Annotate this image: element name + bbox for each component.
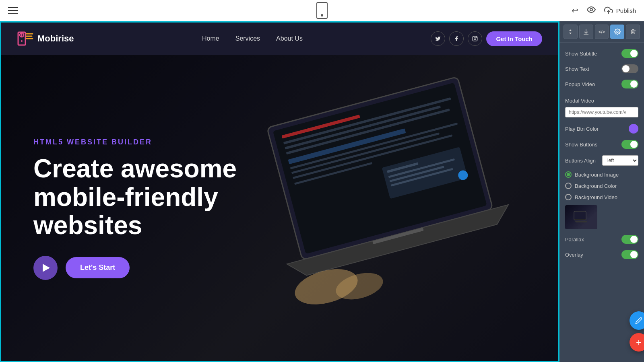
toolbar-right: ↩ Publish xyxy=(572,5,636,16)
bg-video-row[interactable]: Background Video xyxy=(559,191,644,203)
bg-thumbnail[interactable] xyxy=(565,205,597,229)
show-subtitle-row: Show Subtitle xyxy=(559,46,644,61)
preview-button[interactable] xyxy=(586,5,596,16)
mobile-device-icon[interactable] xyxy=(316,2,328,19)
play-btn-color-swatch[interactable] xyxy=(629,124,638,134)
toggle-knob xyxy=(630,80,638,88)
instagram-icon[interactable] xyxy=(468,31,482,46)
lets-start-button[interactable]: Let's Start xyxy=(66,257,130,278)
undo-button[interactable]: ↩ xyxy=(572,6,578,15)
show-buttons-row: Show Buttons xyxy=(559,137,644,152)
nav-right: Get In Touch xyxy=(431,31,542,46)
canvas-area: Mobirise Home Services About Us xyxy=(0,21,644,362)
play-btn-color-row: Play Btn Color xyxy=(559,121,644,137)
facebook-icon[interactable] xyxy=(449,31,464,46)
overlay-toggle[interactable] xyxy=(621,250,638,259)
hero-title-line1: Create awesome xyxy=(33,154,237,183)
popup-video-toggle[interactable] xyxy=(621,80,638,88)
bg-color-row[interactable]: Background Color xyxy=(559,180,644,191)
bg-video-radio[interactable] xyxy=(565,194,572,200)
hero-subtitle: HTML5 WEBSITE BUILDER xyxy=(33,138,275,146)
popup-video-label: Popup Video xyxy=(565,81,595,87)
modal-video-label-row: Modal Video xyxy=(559,92,644,107)
play-button[interactable] xyxy=(33,256,58,280)
download-button[interactable] xyxy=(579,25,593,39)
panel-settings: Show Subtitle Show Text Popup Video xyxy=(559,43,644,362)
modal-video-input[interactable] xyxy=(565,107,638,117)
hero-buttons: Let's Start xyxy=(33,256,275,280)
modal-video-label: Modal Video xyxy=(565,98,594,104)
buttons-align-row: Buttons Align left center right xyxy=(559,152,644,169)
bg-image-label: Background Image xyxy=(575,172,619,178)
right-panel: </> Show Subtitle xyxy=(559,21,644,362)
toggle-knob xyxy=(622,65,630,72)
toggle-knob xyxy=(630,251,638,258)
nav-services[interactable]: Services xyxy=(235,35,260,42)
nav-about[interactable]: About Us xyxy=(276,35,303,42)
show-text-label: Show Text xyxy=(565,66,589,72)
show-buttons-label: Show Buttons xyxy=(565,142,597,148)
svg-point-6 xyxy=(21,40,23,42)
hero-content: HTML5 WEBSITE BUILDER Create awesome mob… xyxy=(33,138,275,280)
bg-image-radio[interactable] xyxy=(565,171,572,178)
parallax-toggle[interactable] xyxy=(621,235,638,244)
svg-point-0 xyxy=(590,8,592,11)
svg-rect-10 xyxy=(473,36,478,41)
site-logo: Mobirise xyxy=(17,31,74,47)
show-subtitle-toggle[interactable] xyxy=(621,49,638,58)
bg-thumbnail-img xyxy=(565,205,597,229)
publish-button[interactable]: Publish xyxy=(604,6,636,15)
play-triangle-icon xyxy=(43,264,50,272)
hero-section: HTML5 WEBSITE BUILDER Create awesome mob… xyxy=(1,55,558,362)
site-navbar: Mobirise Home Services About Us xyxy=(1,23,558,55)
show-subtitle-label: Show Subtitle xyxy=(565,51,597,57)
nav-home[interactable]: Home xyxy=(202,35,219,42)
hero-title: Create awesome mobile-friendly websites xyxy=(33,154,275,239)
publish-label: Publish xyxy=(616,7,636,14)
buttons-align-label: Buttons Align xyxy=(565,158,596,164)
sort-button[interactable] xyxy=(564,25,578,39)
website-preview: Mobirise Home Services About Us xyxy=(0,21,559,362)
svg-point-11 xyxy=(474,38,476,40)
code-button[interactable]: </> xyxy=(595,25,609,39)
bg-image-row[interactable]: Background Image xyxy=(559,169,644,180)
bg-color-radio[interactable] xyxy=(565,183,572,189)
twitter-icon[interactable] xyxy=(431,31,445,46)
toggle-knob xyxy=(630,141,638,148)
overlay-label: Overlay xyxy=(565,252,583,258)
toolbar-left xyxy=(8,7,18,14)
top-toolbar: ↩ Publish xyxy=(0,0,644,21)
show-text-row: Show Text xyxy=(559,61,644,76)
panel-toolbar: </> xyxy=(559,21,644,43)
toolbar-center xyxy=(316,2,328,19)
svg-point-33 xyxy=(617,31,618,33)
show-text-toggle[interactable] xyxy=(621,64,638,73)
site-nav: Home Services About Us xyxy=(202,35,303,42)
overlay-row: Overlay xyxy=(559,247,644,262)
delete-button[interactable] xyxy=(626,25,640,39)
svg-rect-35 xyxy=(574,212,586,219)
social-icons xyxy=(431,31,482,46)
settings-button[interactable] xyxy=(610,25,624,39)
play-btn-color-label: Play Btn Color xyxy=(565,126,599,132)
logo-text: Mobirise xyxy=(37,33,74,44)
hamburger-menu-icon[interactable] xyxy=(8,7,18,14)
show-buttons-toggle[interactable] xyxy=(621,140,638,149)
buttons-align-select[interactable]: left center right xyxy=(602,155,638,166)
toggle-knob xyxy=(630,50,638,57)
cta-button[interactable]: Get In Touch xyxy=(486,31,542,46)
modal-video-input-row xyxy=(559,107,644,121)
toggle-knob xyxy=(630,236,638,243)
hero-title-line2: mobile-friendly websites xyxy=(33,183,218,240)
parallax-row: Parallax xyxy=(559,232,644,247)
bg-color-label: Background Color xyxy=(575,183,617,189)
logo-icon xyxy=(17,31,33,47)
popup-video-row: Popup Video xyxy=(559,76,644,92)
parallax-label: Parallax xyxy=(565,237,584,243)
svg-point-12 xyxy=(476,37,477,37)
bg-video-label: Background Video xyxy=(575,194,617,200)
